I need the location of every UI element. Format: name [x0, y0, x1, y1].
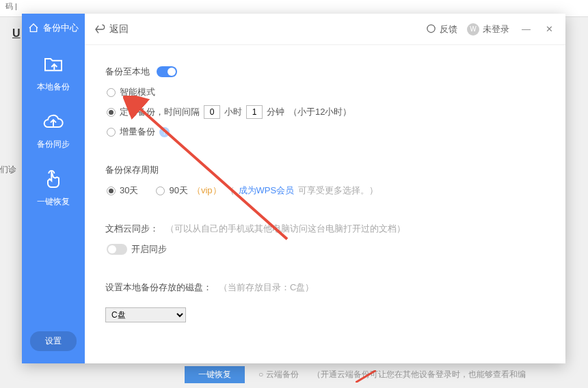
sidebar: 备份中心 本地备份 备份同步 一键恢复 设置 [22, 14, 85, 363]
opt-90-label: 90天 [169, 184, 187, 197]
disk-select[interactable]: C盘 [105, 307, 186, 322]
cloud-sync-row: 开启同步 [105, 243, 545, 255]
disk-current: （当前存放目录：C盘） [219, 281, 314, 294]
home-icon [28, 23, 39, 33]
hour-input[interactable] [204, 105, 220, 119]
help-icon[interactable]: ? [159, 127, 170, 137]
back-button[interactable]: 返回 [94, 23, 129, 36]
radio-incremental[interactable] [107, 128, 116, 137]
sidebar-item-local-backup[interactable]: 本地备份 [22, 42, 85, 100]
minimize-button[interactable]: — [519, 24, 533, 34]
smart-mode-row[interactable]: 智能模式 [105, 86, 545, 98]
close-button[interactable]: ✕ [543, 24, 556, 34]
radio-30days[interactable] [107, 186, 116, 195]
content-area: 备份至本地 智能模式 定时备份，时间间隔 小时 分钟 （小于12小时） 增量备份… [85, 45, 565, 322]
paren-open: （ [226, 184, 235, 197]
scheduled-label: 定时备份，时间间隔 [120, 106, 200, 118]
opt-30-label: 30天 [120, 184, 138, 197]
folder-icon [42, 53, 64, 77]
avatar-icon: W [467, 23, 479, 36]
radio-scheduled[interactable] [107, 108, 116, 117]
chat-icon [426, 24, 436, 34]
sidebar-item-label: 一键恢复 [37, 196, 70, 208]
enable-sync-label: 开启同步 [131, 243, 167, 255]
scheduled-row[interactable]: 定时备份，时间间隔 小时 分钟 （小于12小时） [105, 105, 545, 119]
topbar: 返回 反馈 W 未登录 — ✕ [85, 14, 565, 45]
tap-icon [42, 168, 64, 192]
limit-hint: （小于12小时） [289, 106, 351, 118]
back-label: 返回 [109, 23, 129, 36]
login-button[interactable]: W 未登录 [467, 23, 509, 36]
minute-unit: 分钟 [267, 106, 284, 118]
sidebar-item-sync[interactable]: 备份同步 [22, 100, 85, 157]
section-retention-title: 备份保存周期 [105, 164, 545, 176]
section-backup-local-title: 备份至本地 [105, 66, 545, 78]
radio-90days[interactable] [156, 186, 165, 195]
login-label: 未登录 [483, 23, 509, 36]
cloud-upload-icon [42, 111, 64, 135]
cloud-sync-hint: （可以从自己的手机或其他电脑访问这台电脑打开过的文档） [165, 223, 405, 235]
bg-cloud-hint: （开通云端备份可让您在其他设备登录时，也能够查看和编 [312, 369, 526, 380]
section-cloud-sync-title: 文档云同步： （可以从自己的手机或其他电脑访问这台电脑打开过的文档） [105, 223, 545, 235]
bg-strike-line [356, 370, 376, 383]
minute-input[interactable] [246, 105, 263, 119]
section-disk-title: 设置本地备份存放的磁盘： （当前存放目录：C盘） [105, 281, 545, 294]
bg-restore-button[interactable]: 一键恢复 [185, 366, 245, 383]
svg-line-0 [356, 370, 376, 383]
sidebar-title: 备份中心 [28, 14, 79, 42]
feedback-button[interactable]: 反馈 [426, 23, 457, 36]
bg-u: U [12, 27, 21, 40]
bg-side-text: 们诊 [0, 164, 16, 176]
backup-dialog: 备份中心 本地备份 备份同步 一键恢复 设置 返回 反馈 [22, 14, 565, 363]
settings-button[interactable]: 设置 [30, 331, 77, 351]
incremental-label: 增量备份 [120, 126, 155, 138]
radio-smart-mode[interactable] [107, 88, 116, 97]
bg-bottom-bar: 一键恢复 ○ 云端备份 （开通云端备份可让您在其他设备登录时，也能够查看和编 [185, 366, 588, 383]
hour-unit: 小时 [224, 106, 242, 118]
main-panel: 返回 反馈 W 未登录 — ✕ 备份至本地 [85, 14, 565, 363]
vip-tag: （vip） [192, 184, 222, 197]
sidebar-item-label: 本地备份 [37, 81, 70, 93]
more-hint: 可享受更多选择。） [298, 184, 378, 197]
retention-row: 30天 90天 （vip） （ 成为WPS会员 可享受更多选择。） [105, 184, 545, 197]
sidebar-item-label: 备份同步 [37, 139, 70, 150]
smart-mode-label: 智能模式 [120, 86, 155, 98]
bg-cloud-radio: ○ 云端备份 [258, 369, 299, 380]
back-arrow-icon [94, 24, 105, 35]
feedback-label: 反馈 [440, 23, 457, 36]
cloud-sync-toggle[interactable] [107, 244, 127, 255]
incremental-row[interactable]: 增量备份 ? [105, 126, 545, 138]
sidebar-item-restore[interactable]: 一键恢复 [22, 157, 85, 214]
backup-local-toggle[interactable] [157, 66, 177, 77]
wps-member-link[interactable]: 成为WPS会员 [239, 184, 295, 197]
